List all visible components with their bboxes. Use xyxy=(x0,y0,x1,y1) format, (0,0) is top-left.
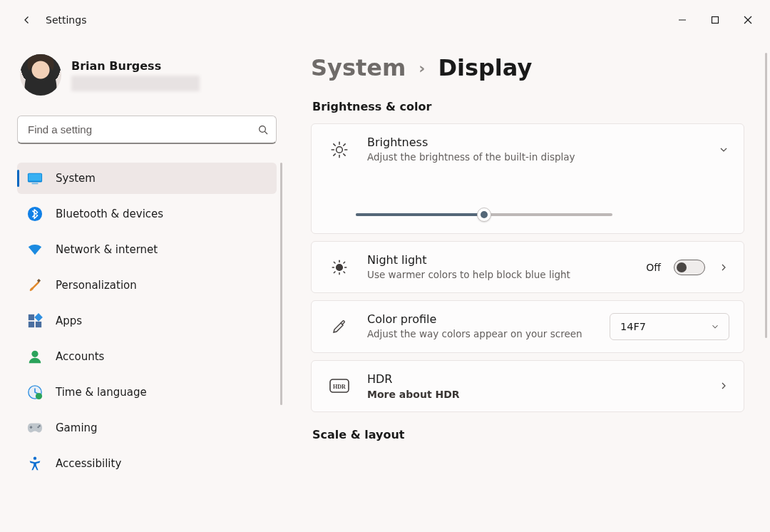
svg-rect-14 xyxy=(36,322,41,327)
svg-line-37 xyxy=(334,272,335,273)
breadcrumb: System › Display xyxy=(311,54,744,81)
svg-point-18 xyxy=(37,426,38,428)
sidebar-item-label: Accessibility xyxy=(56,457,121,470)
svg-line-36 xyxy=(344,272,345,273)
svg-point-15 xyxy=(31,351,38,357)
color-profile-desc: Adjust the way colors appear on your scr… xyxy=(367,327,588,340)
system-icon xyxy=(27,170,43,186)
window-controls xyxy=(666,6,764,34)
title-bar: Settings xyxy=(0,0,770,40)
brightness-title: Brightness xyxy=(367,135,702,149)
night-light-card[interactable]: Night light Use warmer colors to help bl… xyxy=(311,241,744,293)
brightness-slider[interactable] xyxy=(356,208,612,222)
svg-line-28 xyxy=(334,153,335,155)
maximize-button[interactable] xyxy=(699,6,732,34)
sidebar-item-bluetooth[interactable]: Bluetooth & devices xyxy=(17,198,277,230)
sidebar-item-system[interactable]: System xyxy=(17,163,277,194)
color-profile-value: 14F7 xyxy=(620,321,646,332)
close-button[interactable] xyxy=(732,6,764,34)
hdr-title: HDR xyxy=(367,372,702,386)
svg-point-30 xyxy=(337,264,343,270)
svg-point-9 xyxy=(28,207,42,221)
night-light-title: Night light xyxy=(367,253,630,267)
svg-line-5 xyxy=(265,131,267,134)
paintbrush-icon xyxy=(27,277,43,293)
person-icon xyxy=(27,349,43,364)
minimize-button[interactable] xyxy=(666,6,699,34)
sidebar-item-label: Bluetooth & devices xyxy=(56,208,163,220)
svg-point-19 xyxy=(38,425,40,426)
sidebar-item-personalization[interactable]: Personalization xyxy=(17,270,277,301)
close-icon xyxy=(744,16,752,24)
user-email-redacted xyxy=(71,76,200,91)
night-light-state: Off xyxy=(646,262,661,273)
search-icon xyxy=(257,124,269,135)
arrow-left-icon xyxy=(21,14,34,26)
color-profile-title: Color profile xyxy=(367,312,594,326)
avatar xyxy=(20,54,61,96)
wifi-icon xyxy=(27,242,43,257)
svg-rect-12 xyxy=(34,313,43,322)
bluetooth-icon xyxy=(27,206,43,222)
slider-thumb[interactable] xyxy=(477,208,491,222)
night-light-desc: Use warmer colors to help block blue lig… xyxy=(367,268,588,281)
svg-rect-13 xyxy=(29,322,34,327)
apps-icon xyxy=(27,313,43,329)
sidebar-item-label: Accounts xyxy=(56,350,104,363)
sidebar-item-label: Gaming xyxy=(56,421,98,434)
content-scrollbar[interactable] xyxy=(765,53,767,338)
chevron-right-icon[interactable] xyxy=(718,262,729,273)
chevron-down-icon xyxy=(710,322,720,332)
svg-text:HDR: HDR xyxy=(333,384,346,390)
svg-rect-1 xyxy=(712,17,719,24)
sidebar-item-label: Apps xyxy=(56,314,82,327)
back-button[interactable] xyxy=(14,7,40,33)
svg-point-17 xyxy=(36,393,42,399)
user-name: Brian Burgess xyxy=(71,59,200,73)
brightness-desc: Adjust the brightness of the built-in di… xyxy=(367,150,702,163)
sidebar-item-gaming[interactable]: Gaming xyxy=(17,412,277,444)
sidebar-item-apps[interactable]: Apps xyxy=(17,305,277,337)
accessibility-icon xyxy=(27,456,43,471)
breadcrumb-current: Display xyxy=(438,54,532,81)
brightness-card[interactable]: Brightness Adjust the brightness of the … xyxy=(311,123,744,234)
sidebar-item-time-language[interactable]: Time & language xyxy=(17,377,277,408)
chevron-right-icon: › xyxy=(419,59,425,77)
search-box[interactable] xyxy=(17,116,277,144)
svg-line-26 xyxy=(334,143,335,145)
svg-point-4 xyxy=(260,126,266,132)
sidebar-scrollbar[interactable] xyxy=(280,163,282,405)
clock-globe-icon xyxy=(27,384,43,400)
chevron-down-icon[interactable] xyxy=(718,144,729,155)
svg-point-21 xyxy=(337,146,343,153)
section-brightness-color: Brightness & color xyxy=(312,100,744,113)
user-profile[interactable]: Brian Burgess xyxy=(17,54,277,96)
gamepad-icon xyxy=(27,420,43,436)
sidebar-item-label: Network & internet xyxy=(56,243,158,256)
sidebar-item-accessibility[interactable]: Accessibility xyxy=(17,448,277,479)
chevron-right-icon[interactable] xyxy=(718,380,729,392)
search-input[interactable] xyxy=(28,123,257,135)
svg-line-38 xyxy=(344,262,345,263)
sidebar-item-network[interactable]: Network & internet xyxy=(17,234,277,265)
svg-line-27 xyxy=(344,153,345,155)
breadcrumb-parent[interactable]: System xyxy=(311,54,406,81)
hdr-more-link[interactable]: More about HDR xyxy=(367,389,702,400)
maximize-icon xyxy=(711,16,719,24)
app-title: Settings xyxy=(46,14,86,26)
night-light-toggle[interactable] xyxy=(674,260,705,275)
hdr-card[interactable]: HDR HDR More about HDR xyxy=(311,360,744,412)
sidebar-item-label: Personalization xyxy=(56,279,137,292)
svg-rect-7 xyxy=(29,174,41,181)
minimize-icon xyxy=(678,16,687,24)
section-scale-layout: Scale & layout xyxy=(312,428,744,441)
svg-rect-8 xyxy=(31,183,38,184)
sidebar: Brian Burgess System Bluetooth & devices xyxy=(0,40,285,532)
svg-rect-10 xyxy=(37,279,41,282)
color-profile-select[interactable]: 14F7 xyxy=(610,313,729,340)
content: System › Display Brightness & color Brig… xyxy=(285,40,770,532)
sidebar-item-accounts[interactable]: Accounts xyxy=(17,341,277,372)
nav: System Bluetooth & devices Network & int… xyxy=(17,163,277,479)
svg-line-35 xyxy=(334,262,335,263)
svg-rect-11 xyxy=(29,314,34,320)
